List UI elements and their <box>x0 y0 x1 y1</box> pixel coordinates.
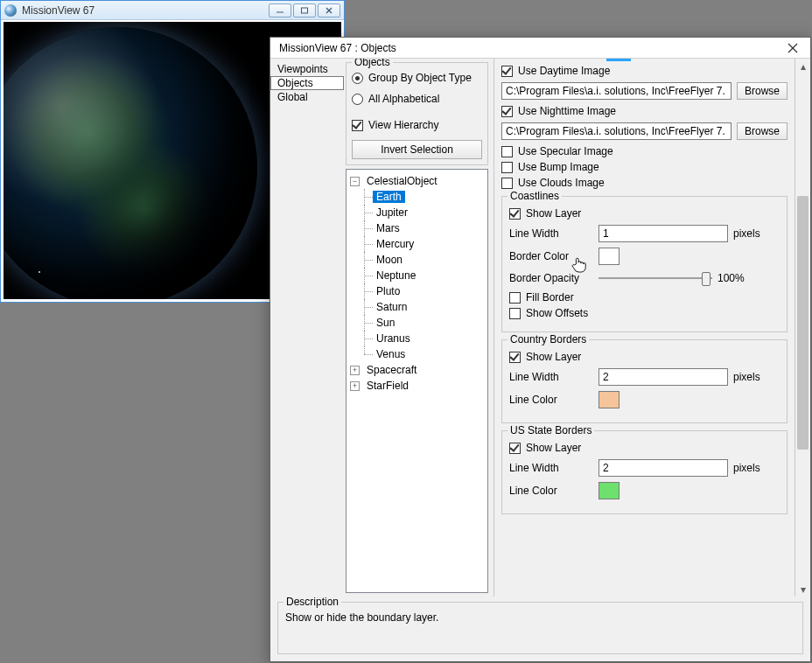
invert-selection-button[interactable]: Invert Selection <box>352 140 482 159</box>
slider-border-opacity[interactable] <box>598 270 712 286</box>
input-daytime-path[interactable]: C:\Program Files\a.i. solutions, Inc\Fre… <box>501 82 732 100</box>
description-legend: Description <box>284 596 341 608</box>
missionview-titlebar[interactable]: MissionView 67 <box>1 1 344 20</box>
country-borders-fieldset: Country Borders Show Layer Line Width pi… <box>501 339 788 423</box>
us-state-borders-legend: US State Borders <box>508 424 594 436</box>
check-use-nighttime-image[interactable]: Use Nighttime Image <box>501 105 788 117</box>
radio-group-by-type[interactable]: Group By Object Type <box>352 72 482 84</box>
radio-icon <box>352 94 363 105</box>
dialog-body: Viewpoints Objects Global Objects Group … <box>270 59 810 597</box>
earth-globe-render <box>4 27 257 299</box>
svg-rect-1 <box>302 8 308 13</box>
label-border-color: Border Color <box>509 250 593 262</box>
radio-all-alphabetical[interactable]: All Alphabetical <box>352 93 482 105</box>
tree-node-uranus[interactable]: Uranus <box>346 331 487 346</box>
check-coastlines-show-offsets[interactable]: Show Offsets <box>509 307 780 319</box>
row-coastlines-line-width: Line Width pixels <box>509 225 780 242</box>
check-use-clouds-image[interactable]: Use Clouds Image <box>501 177 788 189</box>
check-icon <box>501 146 513 157</box>
tree-node-sun[interactable]: Sun <box>346 315 487 331</box>
check-label: Show Layer <box>526 351 581 363</box>
tree-node-starfield[interactable]: + StarField <box>346 378 487 394</box>
check-label: Use Daytime Image <box>518 65 610 77</box>
tree-expand-icon[interactable]: + <box>350 366 360 375</box>
window-title: MissionView 67 <box>22 4 267 17</box>
nav-item-objects[interactable]: Objects <box>270 76 344 90</box>
tree-node-mercury[interactable]: Mercury <box>346 236 487 252</box>
minimize-button[interactable] <box>269 3 291 17</box>
close-button[interactable] <box>318 3 340 17</box>
description-fieldset: Description Show or hide the boundary la… <box>277 602 803 654</box>
swatch-country-line-color[interactable] <box>598 391 620 408</box>
row-nighttime-path: C:\Program Files\a.i. solutions, Inc\Fre… <box>501 122 788 140</box>
tree-node-mars[interactable]: Mars <box>346 220 487 236</box>
tree-expand-icon[interactable]: + <box>350 381 360 391</box>
browse-daytime-button[interactable]: Browse <box>737 82 788 100</box>
objects-group-fieldset: Objects Group By Object Type All Alphabe… <box>346 62 488 165</box>
check-coastlines-fill-border[interactable]: Fill Border <box>509 291 780 304</box>
check-use-daytime-image[interactable]: Use Daytime Image <box>501 65 788 77</box>
label-line-width: Line Width <box>509 462 593 474</box>
check-coastlines-show-layer[interactable]: Show Layer <box>509 207 780 220</box>
nav-item-viewpoints[interactable]: Viewpoints <box>270 62 344 76</box>
check-label: Show Offsets <box>526 307 588 319</box>
tree-node-jupiter[interactable]: Jupiter <box>346 205 487 220</box>
us-state-borders-fieldset: US State Borders Show Layer Line Width p… <box>501 430 788 514</box>
tree-node-label: Pluto <box>373 285 403 297</box>
tree-node-neptune[interactable]: Neptune <box>346 268 487 283</box>
check-icon <box>501 106 513 117</box>
value-border-opacity: 100% <box>718 272 745 284</box>
dialog-titlebar[interactable]: MissionView 67 : Objects <box>270 38 810 59</box>
tree-node-label: Saturn <box>373 301 410 313</box>
check-country-show-layer[interactable]: Show Layer <box>509 351 780 363</box>
maximize-button[interactable] <box>293 3 316 17</box>
objects-tree[interactable]: − CelestialObject Earth Jupiter Mars <box>346 169 488 593</box>
swatch-us-states-line-color[interactable] <box>598 482 620 499</box>
tree-node-spacecraft[interactable]: + Spacecraft <box>346 362 487 378</box>
row-us-states-line-width: Line Width pixels <box>509 459 780 477</box>
check-us-states-show-layer[interactable]: Show Layer <box>509 442 780 454</box>
input-us-states-line-width[interactable] <box>598 459 728 477</box>
tree-node-celestialobject[interactable]: − CelestialObject <box>346 173 487 189</box>
tree-node-label: Moon <box>373 254 406 266</box>
check-icon <box>501 178 513 189</box>
objects-legend: Objects <box>352 59 393 68</box>
properties-scrollbar[interactable]: ▴ ▾ <box>795 59 810 597</box>
nav-item-global[interactable]: Global <box>270 90 344 104</box>
tree-node-label: Jupiter <box>373 206 411 219</box>
tree-node-moon[interactable]: Moon <box>346 252 487 268</box>
dialog-close-button[interactable] <box>775 38 810 59</box>
active-tab-indicator <box>606 59 631 61</box>
scroll-up-arrow-icon[interactable]: ▴ <box>795 59 810 73</box>
check-use-specular-image[interactable]: Use Specular Image <box>501 145 788 157</box>
row-us-states-line-color: Line Color <box>509 482 780 499</box>
row-coastlines-border-color: Border Color <box>509 248 780 265</box>
tree-node-venus[interactable]: Venus <box>346 346 487 362</box>
row-country-line-width: Line Width pixels <box>509 368 780 386</box>
tree-node-earth[interactable]: Earth <box>346 189 487 205</box>
check-label: Use Clouds Image <box>518 177 605 189</box>
swatch-coastlines-border-color[interactable] <box>598 248 620 265</box>
label-pixels: pixels <box>733 462 760 474</box>
tree-collapse-icon[interactable]: − <box>350 177 360 186</box>
tree-node-pluto[interactable]: Pluto <box>346 283 487 299</box>
input-nighttime-path[interactable]: C:\Program Files\a.i. solutions, Inc\Fre… <box>501 122 732 140</box>
tree-node-saturn[interactable]: Saturn <box>346 299 487 315</box>
input-coastlines-line-width[interactable] <box>598 225 728 242</box>
dialog-title: MissionView 67 : Objects <box>279 42 775 54</box>
app-icon <box>4 4 17 17</box>
check-use-bump-image[interactable]: Use Bump Image <box>501 161 788 173</box>
input-country-line-width[interactable] <box>598 368 728 386</box>
scrollbar-track[interactable] <box>795 73 810 582</box>
scroll-down-arrow-icon[interactable]: ▾ <box>795 582 810 597</box>
coastlines-fieldset: Coastlines Show Layer Line Width pixels … <box>501 196 788 332</box>
check-view-hierarchy[interactable]: View Hierarchy <box>352 119 482 131</box>
tree-node-label: Venus <box>373 348 409 360</box>
tree-node-label: Mercury <box>373 238 417 250</box>
browse-nighttime-button[interactable]: Browse <box>737 122 788 140</box>
tree-node-label: Spacecraft <box>363 364 420 376</box>
check-label: Show Layer <box>526 207 581 220</box>
properties-scroll-area: Use Daytime Image C:\Program Files\a.i. … <box>494 59 795 597</box>
scrollbar-thumb[interactable] <box>797 196 808 450</box>
tree-node-label: Mars <box>373 222 403 234</box>
